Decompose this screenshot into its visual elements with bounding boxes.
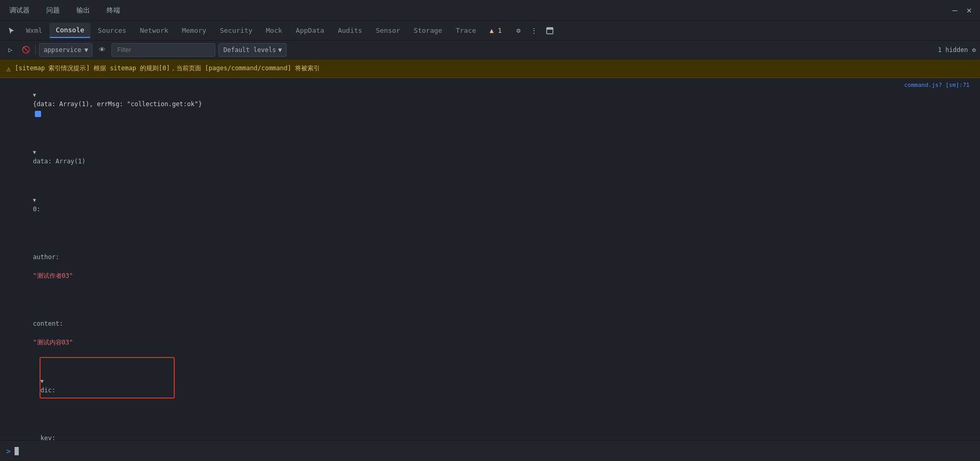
levels-select[interactable]: Default levels ▼ (218, 43, 286, 57)
tab-security[interactable]: Security (214, 23, 259, 37)
svg-rect-1 (547, 28, 553, 30)
tab-trace[interactable]: Trace (449, 23, 482, 37)
menu-issues[interactable]: 问题 (43, 4, 63, 17)
execute-btn[interactable]: ▷ (4, 44, 17, 56)
dic-section: dic: key: "测试对象03" key02: "测试对象03" (0, 357, 980, 440)
levels-arrow: ▼ (278, 46, 282, 54)
warning-icon: ⚠ (6, 65, 10, 73)
tab-sources[interactable]: Sources (92, 23, 133, 37)
tab-memory[interactable]: Memory (176, 23, 213, 37)
context-select[interactable]: appservice ▼ (39, 43, 93, 57)
hidden-count-area: 1 hidden ⚙ (938, 46, 976, 54)
console-line-content: content: "测试内容03" (0, 290, 980, 357)
context-arrow: ▼ (84, 46, 88, 54)
settings-icon[interactable]: ⚙ (511, 23, 526, 38)
console-line-data: data: Array(1) (0, 128, 980, 176)
tab-console[interactable]: Console (49, 23, 91, 38)
item0-arrow[interactable] (33, 196, 39, 202)
warning-bar: ⚠ [sitemap 索引情况提示] 根据 sitemap 的规则[0]，当前页… (0, 59, 980, 78)
object-badge (35, 111, 41, 117)
levels-label: Default levels (223, 46, 276, 54)
root-content: {data: Array(1), errMsg: "collection.get… (10, 81, 976, 127)
tab-sensor[interactable]: Sensor (369, 23, 406, 37)
clear-btn[interactable]: 🚫 (20, 44, 32, 56)
warning-text: [sitemap 索引情况提示] 根据 sitemap 的规则[0]，当前页面 … (15, 64, 320, 73)
menu-output[interactable]: 输出 (73, 4, 93, 17)
menu-terminal[interactable]: 终端 (104, 4, 123, 17)
console-line-root: {data: Array(1), errMsg: "collection.get… (0, 80, 980, 128)
dic-arrow[interactable] (41, 377, 47, 383)
menu-debugger[interactable]: 调试器 (6, 4, 33, 17)
console-cursor (15, 447, 19, 455)
tab-network[interactable]: Network (134, 23, 175, 37)
filter-input[interactable] (111, 43, 215, 57)
hidden-count: 1 hidden (938, 46, 968, 54)
data-arrow[interactable] (33, 148, 39, 154)
tab-warning-badge[interactable]: ▲ 1 (483, 23, 508, 37)
source-ref[interactable]: command.js? [sm]:71 (904, 81, 970, 90)
console-line-dic: dic: (0, 357, 980, 405)
root-arrow[interactable] (33, 91, 39, 97)
console-line-dic-key: key: "测试对象03" (0, 405, 980, 440)
tab-appdata[interactable]: AppData (290, 23, 331, 37)
context-label: appservice (44, 46, 81, 54)
more-icon[interactable]: ⋮ (527, 23, 541, 38)
console-line-0: 0: (0, 176, 980, 224)
cursor-icon[interactable] (4, 23, 19, 38)
tab-wxml[interactable]: Wxml (20, 23, 48, 37)
tab-storage[interactable]: Storage (407, 23, 448, 37)
hidden-settings-icon[interactable]: ⚙ (972, 46, 976, 54)
console-output[interactable]: {data: Array(1), errMsg: "collection.get… (0, 78, 980, 440)
tab-audits[interactable]: Audits (331, 23, 368, 37)
minimize-icon[interactable]: — (950, 3, 960, 17)
tab-mock[interactable]: Mock (260, 23, 288, 37)
eye-btn[interactable]: 👁 (96, 44, 108, 56)
toolbar-divider-1 (35, 45, 36, 55)
top-menu-left: 调试器 问题 输出 终端 (6, 4, 123, 17)
console-toolbar: ▷ 🚫 appservice ▼ 👁 Default levels ▼ 1 hi… (0, 41, 980, 59)
dock-icon[interactable] (543, 23, 557, 38)
close-icon[interactable]: ✕ (964, 3, 974, 17)
console-line-author: author: "测试作者03" (0, 224, 980, 290)
tabs-bar: Wxml Console Sources Network Memory Secu… (0, 21, 980, 41)
top-menu-bar: 调试器 问题 输出 终端 — ✕ (0, 0, 980, 21)
console-prompt: > (6, 447, 10, 455)
top-menu-right: — ✕ (950, 3, 974, 17)
console-input-bar[interactable]: > (0, 440, 980, 461)
